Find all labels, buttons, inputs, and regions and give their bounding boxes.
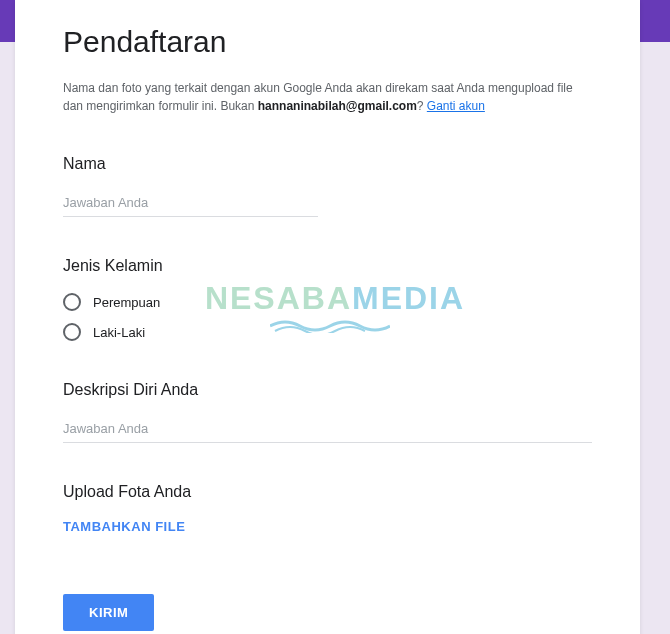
switch-account-link[interactable]: Ganti akun: [427, 99, 485, 113]
header-accent-right: [640, 0, 670, 42]
radio-icon: [63, 293, 81, 311]
question-upload: Upload Fota Anda TAMBAHKAN FILE: [63, 483, 592, 534]
notice-email: hannaninabilah@gmail.com: [258, 99, 417, 113]
radio-option-laki-laki[interactable]: Laki-Laki: [63, 323, 592, 341]
nama-input[interactable]: [63, 191, 318, 217]
radio-group-jenis-kelamin: Perempuan Laki-Laki: [63, 293, 592, 341]
question-title-jenis-kelamin: Jenis Kelamin: [63, 257, 592, 275]
question-nama: Nama: [63, 155, 592, 217]
radio-label: Laki-Laki: [93, 325, 145, 340]
add-file-button[interactable]: TAMBAHKAN FILE: [63, 519, 592, 534]
question-title-nama: Nama: [63, 155, 592, 173]
form-card: Pendaftaran Nama dan foto yang terkait d…: [15, 0, 640, 634]
notice-text-post: ?: [417, 99, 427, 113]
form-title: Pendaftaran: [63, 25, 592, 59]
radio-option-perempuan[interactable]: Perempuan: [63, 293, 592, 311]
question-jenis-kelamin: Jenis Kelamin Perempuan Laki-Laki: [63, 257, 592, 341]
radio-icon: [63, 323, 81, 341]
question-deskripsi: Deskripsi Diri Anda: [63, 381, 592, 443]
header-accent-left: [0, 0, 15, 42]
deskripsi-input[interactable]: [63, 417, 592, 443]
form-notice: Nama dan foto yang terkait dengan akun G…: [63, 79, 592, 115]
question-title-upload: Upload Fota Anda: [63, 483, 592, 501]
radio-label: Perempuan: [93, 295, 160, 310]
submit-button[interactable]: KIRIM: [63, 594, 154, 631]
question-title-deskripsi: Deskripsi Diri Anda: [63, 381, 592, 399]
